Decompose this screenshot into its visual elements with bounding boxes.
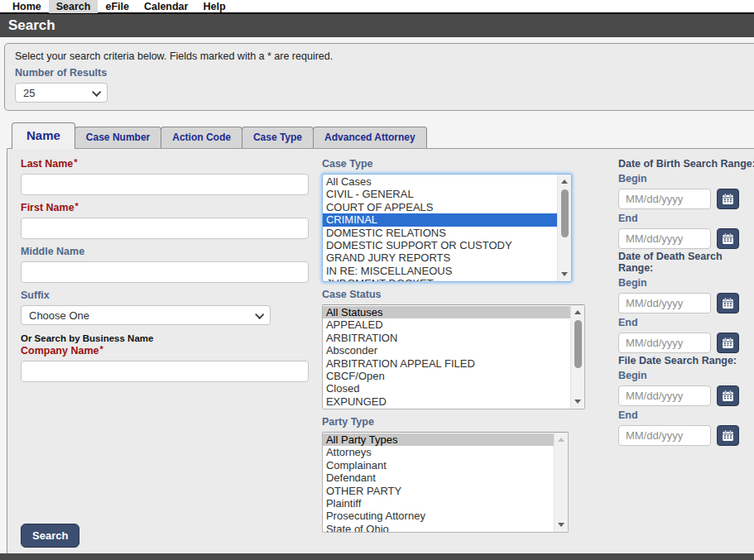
- tab[interactable]: Advanced Attorney: [313, 127, 427, 148]
- calendar-button[interactable]: [717, 425, 739, 446]
- dod-begin-label: Begin: [618, 277, 754, 289]
- required-asterisk: *: [75, 201, 79, 211]
- tab[interactable]: Case Type: [242, 127, 314, 148]
- party-type-option[interactable]: Attorneys: [323, 446, 554, 458]
- suffix-select[interactable]: Choose One: [21, 305, 271, 325]
- case-type-option[interactable]: CIVIL - GENERAL: [323, 188, 557, 200]
- suffix-value: Choose One: [29, 309, 89, 322]
- list-filters-column: Case Type All CasesCIVIL - GENERALCOURT …: [322, 156, 585, 533]
- nav-item[interactable]: Calendar: [137, 0, 196, 13]
- dob-range-title: Date of Birth Search Range:: [618, 158, 754, 170]
- scrollbar[interactable]: [557, 175, 571, 281]
- top-nav: HomeSearcheFileCalendarHelp: [0, 0, 754, 14]
- case-status-option[interactable]: Absconder: [323, 344, 570, 357]
- party-type-option[interactable]: All Party Types: [323, 433, 554, 446]
- middle-name-input[interactable]: [21, 261, 309, 283]
- party-type-listbox[interactable]: All Party TypesAttorneysComplainantDefen…: [322, 432, 569, 533]
- chevron-down-icon: [255, 310, 264, 319]
- company-name-input[interactable]: [21, 361, 309, 382]
- first-name-input[interactable]: [21, 218, 309, 239]
- name-tab-panel: Last Name* First Name* Middle Name Suffi…: [7, 148, 754, 558]
- dob-end-input[interactable]: [618, 228, 711, 249]
- tab[interactable]: Name: [12, 122, 75, 149]
- case-type-label: Case Type: [322, 158, 585, 170]
- case-status-option[interactable]: IS: [323, 408, 570, 409]
- case-type-option[interactable]: JUDGMENT DOCKET: [323, 277, 557, 281]
- calendar-button[interactable]: [717, 385, 739, 406]
- case-type-option[interactable]: COURT OF APPEALS: [323, 201, 557, 213]
- party-type-option[interactable]: Plaintiff: [323, 497, 554, 510]
- scroll-up-icon[interactable]: [558, 175, 571, 188]
- number-of-results-select[interactable]: 25: [15, 83, 108, 103]
- calendar-button[interactable]: [717, 293, 739, 314]
- business-name-note: Or Search by Business Name: [21, 333, 309, 343]
- dob-begin-input[interactable]: [618, 189, 711, 209]
- file-date-range-group: File Date Search Range: Begin End: [618, 355, 754, 446]
- calendar-button[interactable]: [717, 228, 739, 249]
- dob-end-label: End: [618, 213, 754, 224]
- tab[interactable]: Action Code: [161, 127, 243, 148]
- required-asterisk: *: [99, 344, 103, 354]
- number-of-results-label: Number of Results: [15, 67, 750, 79]
- case-status-option[interactable]: CBCF/Open: [323, 370, 570, 382]
- case-status-option[interactable]: ARBITRATION: [323, 332, 570, 344]
- search-button[interactable]: Search: [21, 524, 79, 548]
- nav-item[interactable]: Help: [195, 0, 233, 13]
- scroll-thumb[interactable]: [561, 189, 569, 237]
- first-name-label: First Name*: [21, 202, 309, 213]
- scroll-up-icon[interactable]: [571, 306, 584, 318]
- dod-begin-input[interactable]: [618, 293, 711, 314]
- case-type-option[interactable]: GRAND JURY REPORTS: [323, 251, 557, 264]
- nav-item[interactable]: Home: [5, 0, 49, 13]
- scroll-down-icon[interactable]: [571, 395, 584, 408]
- nav-item[interactable]: eFile: [98, 0, 137, 13]
- case-status-option[interactable]: ARBITRATION APPEAL FILED: [323, 357, 570, 370]
- case-status-listbox[interactable]: All StatusesAPPEALEDARBITRATIONAbsconder…: [322, 304, 585, 409]
- calendar-icon: [722, 390, 734, 402]
- scroll-up-icon[interactable]: [555, 433, 568, 446]
- calendar-button[interactable]: [717, 333, 739, 353]
- case-type-listbox[interactable]: All CasesCIVIL - GENERALCOURT OF APPEALS…: [322, 174, 572, 282]
- party-type-option[interactable]: State of Ohio: [323, 523, 554, 532]
- suffix-label: Suffix: [21, 290, 309, 301]
- calendar-icon: [722, 337, 734, 349]
- case-type-option[interactable]: DOMESTIC RELATIONS: [323, 227, 557, 239]
- tab[interactable]: Case Number: [74, 127, 161, 148]
- page-title: Search: [0, 14, 754, 37]
- nav-item[interactable]: Search: [49, 0, 98, 13]
- company-name-label: Company Name*: [21, 345, 309, 357]
- scroll-down-icon[interactable]: [558, 268, 571, 280]
- case-type-option[interactable]: All Cases: [323, 175, 557, 188]
- calendar-icon: [722, 297, 734, 309]
- dod-end-input[interactable]: [618, 333, 711, 353]
- required-asterisk: *: [74, 157, 77, 167]
- instructions-text: Select your search criteria below. Field…: [15, 50, 750, 64]
- calendar-icon: [722, 429, 734, 442]
- case-type-option[interactable]: IN RE: MISCELLANEOUS: [323, 265, 557, 277]
- case-status-option[interactable]: Closed: [323, 382, 570, 395]
- calendar-button[interactable]: [717, 189, 739, 209]
- last-name-label: Last Name*: [21, 158, 309, 170]
- case-type-option[interactable]: DOMESTIC SUPPORT OR CUSTODY: [323, 239, 557, 251]
- file-begin-input[interactable]: [618, 385, 711, 406]
- party-type-option[interactable]: Prosecuting Attorney: [323, 510, 554, 522]
- case-status-option[interactable]: EXPUNGED: [323, 395, 570, 408]
- file-date-range-title: File Date Search Range:: [618, 355, 754, 366]
- case-status-option[interactable]: APPEALED: [323, 318, 570, 331]
- case-status-option[interactable]: All Statuses: [323, 306, 570, 318]
- scrollbar[interactable]: [554, 433, 568, 532]
- case-type-option[interactable]: CRIMINAL: [323, 213, 557, 226]
- party-type-option[interactable]: Complainant: [323, 459, 554, 471]
- last-name-input[interactable]: [21, 174, 309, 195]
- number-of-results-value: 25: [23, 87, 35, 99]
- file-end-input[interactable]: [618, 425, 711, 446]
- scroll-thumb[interactable]: [574, 320, 582, 368]
- file-begin-label: Begin: [618, 370, 754, 381]
- scrollbar[interactable]: [570, 305, 584, 409]
- calendar-icon: [722, 193, 734, 205]
- dob-begin-label: Begin: [618, 173, 754, 184]
- dod-end-label: End: [618, 317, 754, 328]
- scroll-down-icon[interactable]: [555, 519, 568, 531]
- party-type-option[interactable]: Defendant: [323, 471, 554, 484]
- party-type-option[interactable]: OTHER PARTY: [323, 485, 554, 497]
